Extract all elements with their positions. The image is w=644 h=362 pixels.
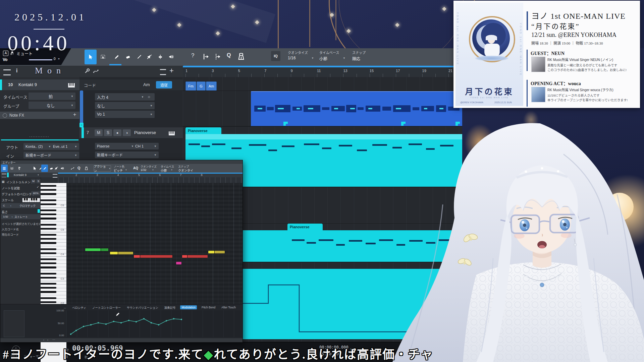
controller-tab-ベロシティ[interactable]: ベロシティ (71, 305, 88, 310)
controller-tab-ノートコントローラー[interactable]: ノートコントローラー (91, 305, 122, 310)
clip-tab-pianoverse-2[interactable]: Pianoverse (287, 224, 323, 230)
controller-tab-演奏記号[interactable]: 演奏記号 (163, 305, 177, 310)
clip-tab-pianoverse-1[interactable]: Pianoverse (185, 127, 221, 134)
monitor-circle-button[interactable]: ○ (143, 93, 155, 101)
mode-select[interactable]: なし▼ (95, 102, 155, 109)
snap-value[interactable]: 順応 (352, 56, 360, 61)
scroll-right-icon[interactable]: › (47, 339, 48, 342)
autopunch-in-icon[interactable] (203, 53, 210, 62)
power-icon[interactable] (3, 113, 7, 118)
record-button[interactable]: ● (113, 129, 121, 136)
editor-quantize-value[interactable]: 1/32 (141, 168, 147, 172)
piano-list-tool[interactable] (1, 165, 8, 172)
aq-toggle[interactable]: AQ (133, 166, 138, 170)
quantize-button[interactable]: Q (227, 52, 231, 58)
add-notefx-button[interactable]: + (73, 112, 76, 118)
midi-note[interactable] (101, 248, 108, 251)
automation-tool[interactable] (69, 165, 76, 172)
in-value[interactable]: 新規キーボード▼ (23, 152, 79, 159)
volume-slider[interactable] (29, 59, 52, 60)
autopunch-out-icon[interactable] (215, 53, 222, 62)
info-icon[interactable]: i (16, 68, 17, 74)
resize-handle[interactable] (30, 136, 50, 137)
chord-block-Am[interactable]: Am (206, 81, 217, 91)
wrench-icon[interactable] (84, 68, 90, 75)
midi-note[interactable] (176, 262, 181, 264)
iq-toggle[interactable]: IQ (271, 51, 280, 61)
editor-titlebar[interactable]: エディター (0, 160, 243, 164)
chevron-down-icon[interactable]: ▼ (58, 58, 60, 60)
timeline-ruler[interactable]: 13579111315171921 (183, 66, 462, 77)
controller-tab-サウンドバリエーション[interactable]: サウンドバリエーション (125, 305, 159, 310)
listen-tool[interactable] (165, 50, 177, 64)
inspector-track-header[interactable]: 10 Kontakt 9 (0, 79, 79, 90)
editor-snap-value[interactable]: クオンタイ (178, 168, 193, 173)
scroll-left-icon[interactable]: ‹ (43, 339, 44, 342)
chevron-down-icon[interactable]: ▼ (343, 57, 345, 60)
length-mode-select[interactable]: ストレート▼ (12, 214, 44, 219)
midi-note[interactable] (215, 251, 225, 253)
scrollbar[interactable] (80, 90, 83, 127)
midi-note[interactable] (208, 251, 214, 253)
chord-block-Fm[interactable]: Fm (185, 81, 196, 91)
add-track-button[interactable]: + (169, 66, 174, 75)
menu-icon[interactable] (3, 69, 11, 75)
track-out-select[interactable]: Piaerse▼ (95, 143, 136, 149)
chord-block-G[interactable]: G (197, 81, 206, 91)
eraser-tool[interactable] (122, 50, 134, 64)
mute-button[interactable]: M (95, 129, 103, 136)
range-select-tool[interactable] (97, 50, 109, 64)
note-grid[interactable] (66, 183, 243, 304)
editor-tick-strip[interactable] (58, 177, 243, 183)
editor-mute-button[interactable]: M (31, 179, 36, 183)
channel-select[interactable]: Vo 1▼ (95, 111, 155, 118)
track-list-icon[interactable] (160, 69, 166, 75)
midi-note[interactable] (118, 252, 133, 254)
group-row-value[interactable]: なし▼ (29, 102, 75, 109)
listen-tool[interactable] (59, 165, 65, 172)
note-color-value[interactable]: ピッチ (114, 168, 123, 173)
midi-note[interactable] (85, 248, 101, 251)
controller-tab-After Touch[interactable]: After Touch (220, 305, 237, 309)
action-menu[interactable]: アクション▼ (94, 165, 111, 172)
monitor-button[interactable]: ◑ (123, 129, 131, 136)
midi-note[interactable] (182, 255, 187, 258)
mute-tool[interactable] (144, 50, 156, 64)
quantize-value[interactable]: 1/16 (288, 56, 296, 60)
editor-timebase-value[interactable]: 小節 (161, 168, 167, 173)
midi-note[interactable] (110, 252, 118, 254)
chevron-down-icon[interactable]: ▼ (311, 57, 314, 60)
paint-tool[interactable] (111, 50, 123, 64)
track-row-pianoverse[interactable]: 7 M S ● ◑ Pianoverse (79, 127, 183, 138)
out-value-2[interactable]: Eve..ut 1▼ (51, 143, 79, 150)
notefx-bar[interactable]: Note FX + (0, 112, 79, 119)
editor-solo-button[interactable]: S (36, 179, 41, 183)
bend-tool[interactable] (154, 50, 166, 64)
velocity-value[interactable]: 80% (31, 191, 40, 195)
editor-q-button[interactable]: Q (77, 166, 80, 170)
controller-tab-Pitch Bend[interactable]: Pitch Bend (200, 305, 217, 309)
chevron-down-icon[interactable]: ▼ (125, 169, 127, 171)
midi-note[interactable] (140, 255, 172, 258)
scale-type-select[interactable]: クロマチック (11, 203, 44, 208)
timebase-row-value[interactable]: 拍▼ (29, 93, 75, 100)
cursor-tool[interactable] (85, 50, 97, 64)
audition-check[interactable]: ✓ (37, 185, 39, 189)
track-in-select[interactable]: 新規キーボード▼ (95, 152, 159, 158)
solo-button[interactable]: S (104, 129, 112, 136)
timebase-value[interactable]: 小節 (319, 56, 327, 61)
input-select[interactable]: 入力 4▼ (95, 93, 146, 101)
list-icon[interactable] (53, 174, 57, 178)
metronome-icon[interactable] (237, 52, 246, 62)
note-tool[interactable] (16, 165, 22, 172)
track-ch-select[interactable]: CH 1▼ (133, 143, 159, 149)
chord-follow-button[interactable]: 追従 (156, 81, 172, 88)
more-icon[interactable]: ⋯ (52, 338, 55, 341)
midi-note[interactable] (134, 255, 140, 258)
paint-tool[interactable] (41, 165, 48, 172)
metronome-tool[interactable] (83, 165, 90, 172)
editor-instrument[interactable]: Kontakt 9 (14, 173, 26, 177)
midi-note[interactable] (187, 255, 208, 258)
editor-bottom-strip[interactable]: ‹ › ⋯ (0, 338, 243, 342)
drum-tool[interactable] (8, 165, 15, 172)
